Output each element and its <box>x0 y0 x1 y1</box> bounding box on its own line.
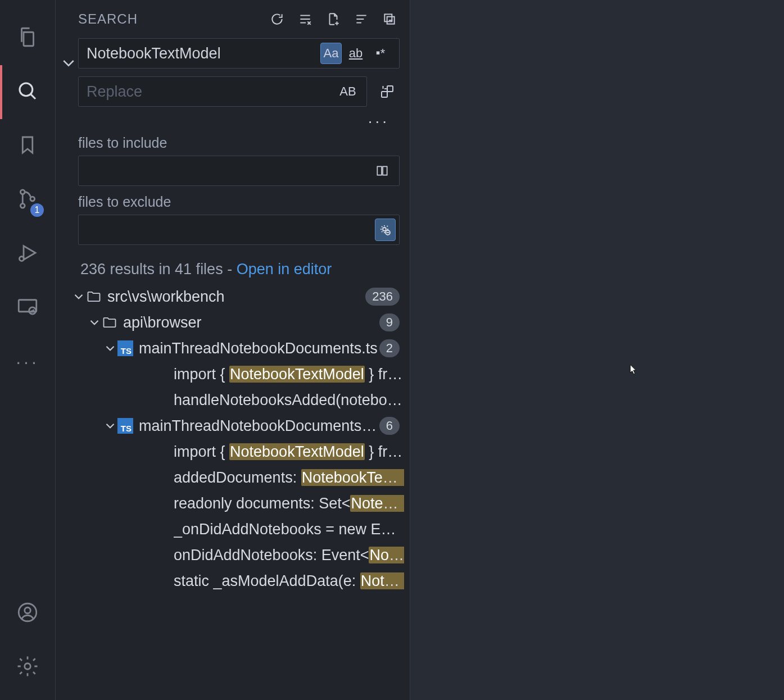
file-row[interactable]: TSmainThreadNotebookDocuments…6 <box>56 413 410 439</box>
activity-bar: 1 ··· <box>0 0 55 700</box>
count-badge: 6 <box>379 417 400 435</box>
count-badge: 236 <box>365 288 400 306</box>
svg-point-0 <box>20 83 33 96</box>
search-sidebar: SEARCH Aa ab ▪* <box>55 0 410 700</box>
gear-icon <box>16 654 39 680</box>
match-row[interactable]: _onDidAddNotebooks = new Emitter<No… <box>56 516 410 542</box>
header-actions <box>269 11 397 27</box>
match-text: onDidAddNotebooks: Event<NotebookTe… <box>174 547 404 564</box>
files-exclude-input-wrap <box>78 215 400 245</box>
source-control-tab[interactable]: 1 <box>0 173 55 227</box>
files-include-input-wrap <box>78 156 400 186</box>
svg-point-9 <box>25 607 31 613</box>
folder-row[interactable]: api\browser9 <box>56 310 410 335</box>
sidebar-header: SEARCH <box>56 6 410 38</box>
debug-icon <box>16 241 39 267</box>
search-input-wrap: Aa ab ▪* <box>78 38 400 69</box>
only-open-editors-toggle[interactable] <box>371 160 392 182</box>
match-text: _onDidAddNotebooks = new Emitter<No… <box>174 521 404 538</box>
search-icon <box>16 79 39 105</box>
clear-results-icon[interactable] <box>297 11 313 27</box>
match-row[interactable]: handleNotebooksAdded(notebooks: read… <box>56 387 410 413</box>
match-row[interactable]: readonly documents: Set<NotebookText… <box>56 490 410 516</box>
refresh-icon[interactable] <box>269 11 285 27</box>
scm-badge: 1 <box>30 203 44 217</box>
svg-rect-24 <box>382 92 387 97</box>
toggle-search-details[interactable]: ··· <box>56 112 400 130</box>
bookmark-icon <box>16 133 39 159</box>
match-row[interactable]: addedDocuments: NotebookTextModel[]; <box>56 465 410 490</box>
match-text: addedDocuments: NotebookTextModel[]; <box>174 469 404 487</box>
svg-point-3 <box>20 203 25 208</box>
match-text: import { NotebookTextModel } from 'vs/w… <box>174 366 404 383</box>
match-text: import { NotebookTextModel } from 'vs/w… <box>174 443 404 461</box>
match-whole-word-toggle[interactable]: ab <box>345 43 366 64</box>
preserve-case-toggle[interactable]: AB <box>337 81 359 102</box>
replace-all-button[interactable] <box>375 79 400 104</box>
count-badge: 9 <box>379 313 400 331</box>
match-row[interactable]: import { NotebookTextModel } from 'vs/w… <box>56 439 410 465</box>
remote-icon <box>16 295 39 321</box>
search-input[interactable] <box>87 45 320 62</box>
toggle-replace-icon[interactable] <box>60 55 77 74</box>
sidebar-title: SEARCH <box>78 11 138 27</box>
tree-label: src\vs\workbench <box>107 288 365 306</box>
svg-point-26 <box>383 228 386 231</box>
view-as-tree-icon[interactable] <box>354 11 369 27</box>
files-include-input[interactable] <box>87 162 371 180</box>
svg-line-1 <box>31 94 35 99</box>
match-text: handleNotebooksAdded(notebooks: read… <box>174 392 404 409</box>
ellipsis-icon: ··· <box>16 352 39 372</box>
run-debug-tab[interactable] <box>0 227 55 281</box>
folder-row[interactable]: src\vs\workbench236 <box>56 284 410 310</box>
file-row[interactable]: TSmainThreadNotebookDocuments.ts2 <box>56 335 410 361</box>
new-search-editor-icon[interactable] <box>325 11 341 27</box>
remote-tab[interactable] <box>0 281 55 335</box>
typescript-file-icon: TS <box>117 418 133 434</box>
collapse-all-icon[interactable] <box>382 11 397 27</box>
tree-label: mainThreadNotebookDocuments.ts <box>139 340 379 357</box>
mouse-cursor <box>629 364 637 375</box>
regex-toggle[interactable]: ▪* <box>370 43 391 64</box>
bookmarks-tab[interactable] <box>0 119 55 173</box>
more-tab[interactable]: ··· <box>0 335 55 389</box>
match-text: readonly documents: Set<NotebookText… <box>174 495 404 512</box>
search-form: Aa ab ▪* AB ··· files to include <box>56 38 410 253</box>
svg-point-10 <box>25 663 31 670</box>
files-exclude-label: files to exclude <box>78 194 400 210</box>
tree-label: mainThreadNotebookDocuments… <box>139 417 379 435</box>
open-in-editor-link[interactable]: Open in editor <box>237 261 332 278</box>
search-tab[interactable] <box>0 65 55 119</box>
match-row[interactable]: onDidAddNotebooks: Event<NotebookTe… <box>56 542 410 568</box>
match-row[interactable]: static _asModelAddData(e: NotebookText… <box>56 568 410 594</box>
use-exclude-settings-toggle[interactable] <box>375 219 396 241</box>
svg-point-4 <box>30 197 35 201</box>
results-summary: 236 results in 41 files - Open in editor <box>80 261 410 278</box>
count-badge: 2 <box>379 339 400 357</box>
account-icon <box>16 601 39 626</box>
accounts-tab[interactable] <box>0 587 55 640</box>
results-tree: src\vs\workbench236api\browser9TSmainThr… <box>56 284 410 700</box>
files-exclude-input[interactable] <box>87 221 375 239</box>
tree-label: api\browser <box>123 314 379 331</box>
match-case-toggle[interactable]: Aa <box>320 43 342 64</box>
results-count-text: 236 results in 41 files - <box>80 261 237 278</box>
replace-input[interactable] <box>87 83 337 101</box>
files-icon <box>16 25 39 51</box>
match-text: static _asModelAddData(e: NotebookText… <box>174 572 404 590</box>
svg-rect-25 <box>387 86 393 92</box>
settings-tab[interactable] <box>0 640 55 694</box>
files-include-label: files to include <box>78 135 400 151</box>
explorer-tab[interactable] <box>0 11 55 65</box>
typescript-file-icon: TS <box>117 340 133 356</box>
svg-point-2 <box>20 190 25 194</box>
svg-point-5 <box>19 256 24 261</box>
match-row[interactable]: import { NotebookTextModel } from 'vs/w… <box>56 361 410 387</box>
editor-area <box>410 0 784 700</box>
replace-input-wrap: AB <box>78 76 367 107</box>
